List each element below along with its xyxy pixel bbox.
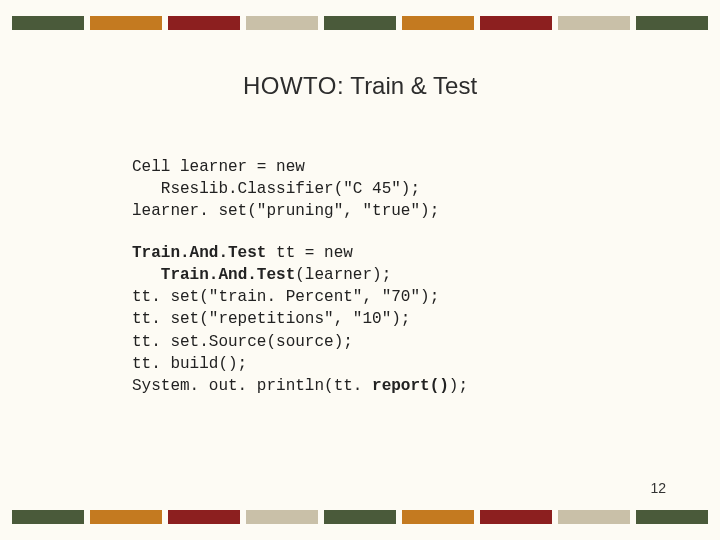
code-line: tt. build(); (132, 355, 247, 373)
code-token-bold: report() (372, 377, 449, 395)
code-token: System. out. println(tt. (132, 377, 372, 395)
code-block: Cell learner = new Rseslib.Classifier("C… (132, 156, 468, 397)
code-line: learner. set("pruning", "true"); (132, 202, 439, 220)
code-token-bold: Train.And.Test (161, 266, 295, 284)
code-line: tt. set("train. Percent", "70"); (132, 288, 439, 306)
code-token: ); (449, 377, 468, 395)
code-token (132, 266, 161, 284)
slide-title: HOWTO: Train & Test (0, 72, 720, 100)
page-number: 12 (650, 480, 666, 496)
code-line: Cell learner = new (132, 158, 305, 176)
code-token: tt = new (266, 244, 352, 262)
code-token-bold: Train.And.Test (132, 244, 266, 262)
code-line: tt. set.Source(source); (132, 333, 353, 351)
title-text: Train & Test (344, 72, 477, 99)
title-prefix: HOWTO: (243, 72, 344, 99)
decorative-stripe-bottom (12, 508, 708, 526)
code-token: (learner); (295, 266, 391, 284)
code-line: tt. set("repetitions", "10"); (132, 310, 410, 328)
code-line: Rseslib.Classifier("C 45"); (132, 180, 420, 198)
decorative-stripe-top (12, 14, 708, 32)
